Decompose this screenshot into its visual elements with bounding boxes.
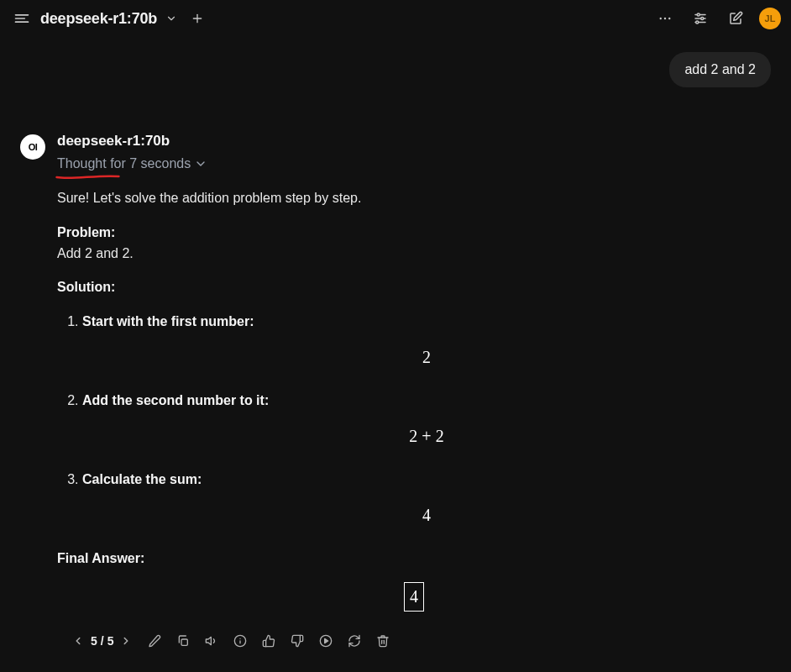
problem-heading: Problem: (57, 225, 115, 239)
more-icon[interactable] (653, 7, 677, 30)
new-chat-button[interactable] (186, 7, 209, 30)
final-heading: Final Answer: (57, 551, 144, 565)
step-label: Add the second number to it: (82, 393, 269, 407)
svg-marker-20 (325, 639, 328, 643)
list-item: Start with the first number: 2 (82, 312, 771, 370)
assistant-model-name: deepseek-r1:70b (57, 133, 771, 150)
math-block: 4 (82, 502, 771, 528)
copy-button[interactable] (174, 632, 192, 650)
page-current: 5 (91, 634, 97, 648)
boxed-answer: 4 (404, 582, 424, 612)
chevron-down-icon[interactable] (164, 7, 179, 30)
problem-text: Add 2 and 2. (57, 246, 134, 260)
prev-page-button[interactable] (69, 632, 87, 650)
svg-point-11 (701, 18, 704, 20)
step-label: Calculate the sum: (82, 472, 202, 486)
chevron-down-icon (194, 157, 207, 171)
speaker-button[interactable] (202, 632, 221, 650)
svg-point-13 (696, 21, 699, 24)
svg-marker-15 (207, 638, 212, 645)
thought-label: Thought for 7 seconds (57, 156, 191, 171)
menu-icon[interactable] (10, 7, 34, 30)
user-message-row: add 2 and 2 (0, 37, 791, 87)
solution-steps: Start with the first number: 2 Add the s… (57, 312, 771, 528)
annotation-underline (55, 174, 120, 181)
step-label: Start with the first number: (82, 314, 254, 328)
thumbs-down-button[interactable] (288, 632, 306, 650)
delete-button[interactable] (374, 632, 392, 650)
message-actions: 5/5 (57, 617, 771, 650)
math-block: 2 + 2 (82, 423, 771, 449)
edit-icon[interactable] (724, 7, 747, 30)
math-block: 2 (82, 344, 771, 370)
final-answer: 4 (57, 582, 771, 612)
intro-text: Sure! Let's solve the addition problem s… (57, 188, 771, 209)
list-item: Calculate the sum: 4 (82, 470, 771, 528)
thumbs-up-button[interactable] (259, 632, 278, 650)
regenerate-button[interactable] (345, 632, 364, 650)
user-message: add 2 and 2 (669, 52, 771, 87)
continue-button[interactable] (317, 632, 335, 650)
top-bar: deepseek-r1:70b JL (0, 0, 791, 37)
thought-toggle[interactable]: Thought for 7 seconds (57, 156, 207, 171)
info-button[interactable] (231, 632, 249, 650)
pager: 5/5 (69, 632, 135, 650)
svg-point-6 (664, 18, 666, 19)
user-avatar[interactable]: JL (759, 8, 781, 29)
svg-point-5 (660, 18, 662, 19)
list-item: Add the second number to it: 2 + 2 (82, 391, 771, 449)
sliders-icon[interactable] (689, 7, 712, 30)
edit-message-button[interactable] (145, 632, 164, 650)
assistant-message-row: OI deepseek-r1:70b Thought for 7 seconds… (0, 87, 791, 659)
assistant-avatar: OI (20, 134, 45, 160)
model-selector-label[interactable]: deepseek-r1:70b (40, 10, 157, 28)
next-page-button[interactable] (117, 632, 135, 650)
svg-point-7 (668, 18, 670, 19)
svg-rect-14 (181, 639, 187, 645)
solution-heading: Solution: (57, 280, 115, 294)
svg-point-9 (697, 13, 699, 16)
page-total: 5 (107, 634, 114, 648)
assistant-body: Sure! Let's solve the addition problem s… (57, 188, 771, 612)
